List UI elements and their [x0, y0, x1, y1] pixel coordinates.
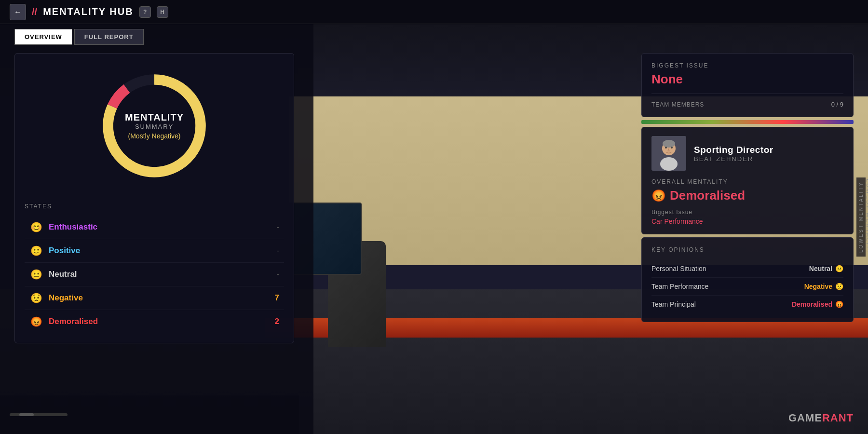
overall-mentality-value: 😡 Demoralised — [651, 188, 843, 203]
question-icon[interactable]: ? — [139, 6, 151, 18]
svg-point-6 — [663, 140, 675, 148]
opinion-row-team-principal: Team Principal Demoralised 😡 — [651, 296, 843, 313]
key-opinions-box: KEY OPINIONS Personal Situation Neutral … — [641, 237, 854, 322]
positive-emoji: 🙂 — [29, 245, 43, 257]
key-opinions-title: KEY OPINIONS — [651, 246, 843, 253]
enthusiastic-count: - — [276, 222, 279, 232]
state-row-neutral[interactable]: 😐 Neutral - — [25, 263, 284, 286]
watermark-suffix: RANT — [822, 412, 854, 424]
team-members-row: TEAM MEMBERS 0 / 9 — [651, 94, 843, 108]
page-title: MENTALITY HUB — [43, 6, 133, 17]
left-panel: MENTALITY SUMMARY (Mostly Negative) STAT… — [14, 53, 294, 343]
biggest-issue-box: BIGGEST ISSUE None TEAM MEMBERS 0 / 9 — [641, 53, 854, 117]
person-name: BEAT ZEHNDER — [694, 155, 843, 163]
svg-point-8 — [671, 147, 673, 149]
enthusiastic-emoji: 😊 — [29, 221, 43, 233]
person-avatar-svg — [651, 136, 686, 171]
opinion-value-principal: Demoralised 😡 — [792, 300, 843, 308]
scroll-area — [0, 395, 299, 434]
scroll-thumb[interactable] — [19, 413, 34, 416]
biggest-issue-value: None — [651, 72, 843, 87]
right-panel: BIGGEST ISSUE None TEAM MEMBERS 0 / 9 — [641, 53, 854, 322]
person-info: Sporting Director BEAT ZEHNDER — [694, 145, 843, 163]
color-strip — [641, 120, 854, 124]
neutral-face-icon: 😐 — [835, 265, 843, 272]
overall-mentality-label: OVERALL MENTALITY — [651, 178, 843, 185]
opinion-label-principal: Team Principal — [651, 300, 696, 308]
watermark-prefix: GAME — [788, 412, 822, 424]
demoralised-face-icon-2: 😡 — [835, 300, 843, 308]
opinion-label-team-perf: Team Performance — [651, 283, 708, 290]
side-label: LOWEST MENTALITY — [866, 179, 868, 255]
hub-icon[interactable]: H — [157, 6, 168, 18]
state-row-positive[interactable]: 🙂 Positive - — [25, 239, 284, 263]
biggest-issue-title: BIGGEST ISSUE — [651, 62, 843, 69]
svg-point-5 — [660, 157, 678, 171]
negative-label: Negative — [49, 293, 269, 303]
chart-subtitle: SUMMARY — [125, 123, 184, 130]
positive-label: Positive — [49, 246, 271, 256]
opinion-row-personal: Personal Situation Neutral 😐 — [651, 260, 843, 278]
demoralised-label: Demoralised — [49, 317, 269, 326]
tab-full-report[interactable]: FULL REPORT — [74, 29, 144, 45]
opinion-value-team-perf: Negative 😟 — [804, 283, 843, 290]
team-members-label: TEAM MEMBERS — [651, 101, 704, 108]
person-biggest-issue-label: Biggest Issue — [651, 209, 843, 216]
demoralised-face-icon: 😡 — [651, 189, 666, 203]
opinion-row-team-perf: Team Performance Negative 😟 — [651, 278, 843, 296]
person-header: Sporting Director BEAT ZEHNDER — [651, 136, 843, 171]
neutral-label: Neutral — [49, 270, 271, 279]
header: ← // MENTALITY HUB ? H — [0, 0, 868, 24]
watermark: GAMERANT — [788, 412, 854, 424]
state-row-negative[interactable]: 😟 Negative 7 — [25, 286, 284, 310]
neutral-count: - — [276, 270, 279, 279]
team-members-count: 0 / 9 — [831, 101, 843, 108]
person-card: Sporting Director BEAT ZEHNDER OVERALL M… — [641, 127, 854, 234]
opinion-value-personal: Neutral 😐 — [809, 265, 843, 272]
states-title: STATES — [25, 203, 284, 210]
negative-count: 7 — [275, 293, 279, 303]
positive-count: - — [276, 246, 279, 256]
scroll-track[interactable] — [10, 413, 68, 416]
state-row-enthusiastic[interactable]: 😊 Enthusiastic - — [25, 216, 284, 239]
demoralised-emoji: 😡 — [29, 316, 43, 327]
enthusiastic-label: Enthusiastic — [49, 222, 271, 232]
person-role: Sporting Director — [694, 145, 843, 155]
tab-bar: OVERVIEW FULL REPORT — [14, 29, 144, 45]
avatar — [651, 136, 686, 171]
chart-container: MENTALITY SUMMARY (Mostly Negative) — [25, 63, 284, 189]
negative-emoji: 😟 — [29, 292, 43, 304]
mentality-title: MENTALITY — [125, 112, 184, 123]
chart-summary: (Mostly Negative) — [125, 132, 184, 140]
neutral-emoji: 😐 — [29, 269, 43, 280]
opinion-label-personal: Personal Situation — [651, 265, 706, 272]
state-row-demoralised[interactable]: 😡 Demoralised 2 — [25, 310, 284, 333]
demoralised-count: 2 — [275, 317, 279, 326]
lowest-mentality-label: LOWEST MENTALITY — [856, 177, 866, 257]
header-divider-icon: // — [32, 6, 37, 17]
tab-overview[interactable]: OVERVIEW — [14, 29, 72, 45]
back-button[interactable]: ← — [10, 4, 26, 20]
chart-center: MENTALITY SUMMARY (Mostly Negative) — [125, 112, 184, 140]
person-biggest-issue-value: Car Performance — [651, 217, 843, 225]
svg-point-7 — [665, 147, 667, 149]
negative-face-icon: 😟 — [835, 283, 843, 290]
